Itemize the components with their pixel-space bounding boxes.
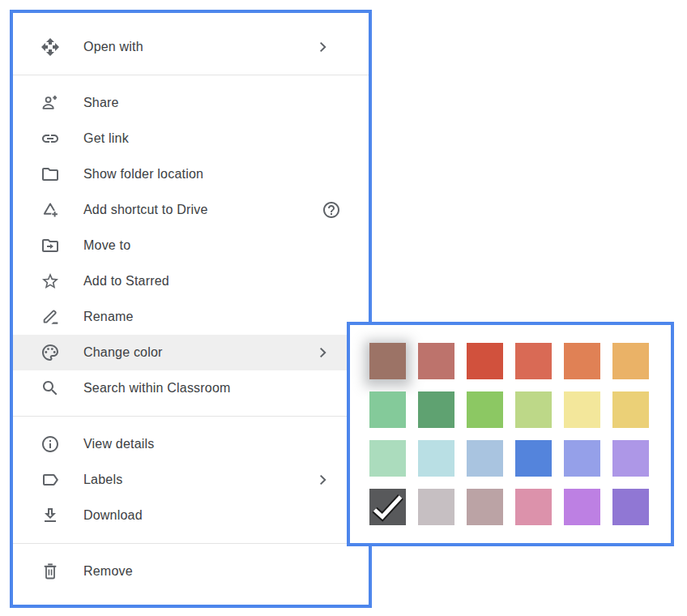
color-swatch-green[interactable] — [467, 391, 503, 428]
menu-item-share[interactable]: Share — [13, 85, 369, 121]
menu-item-open-with[interactable]: Open with — [13, 29, 369, 65]
label-icon — [41, 470, 60, 490]
palette-icon — [41, 343, 60, 362]
color-swatch-purple[interactable] — [612, 489, 649, 525]
menu-section: Open with — [13, 13, 369, 75]
menu-section: Remove — [13, 544, 369, 604]
menu-item-label: Labels — [83, 473, 122, 487]
menu-item-label: Get link — [83, 131, 129, 146]
menu-item-change-color[interactable]: Change color — [13, 335, 369, 370]
menu-item-label: View details — [83, 437, 155, 451]
menu-item-label: Show folder location — [83, 167, 203, 182]
menu-item-label: Move to — [83, 238, 130, 253]
context-menu: Open withShareGet linkShow folder locati… — [10, 10, 372, 608]
person-add-icon — [41, 93, 60, 113]
color-swatch-light-blue[interactable] — [467, 440, 503, 477]
menu-item-label: Add to Starred — [83, 274, 169, 289]
menu-item-get-link[interactable]: Get link — [13, 121, 369, 156]
rename-pencil-icon — [41, 307, 60, 327]
menu-item-rename[interactable]: Rename — [13, 299, 369, 335]
menu-item-search-within-classroom[interactable]: Search within Classroom — [13, 370, 369, 406]
color-swatch-red[interactable] — [467, 343, 503, 379]
color-swatch-pale-yellow[interactable] — [564, 391, 600, 428]
add-shortcut-to-drive-icon — [41, 200, 60, 220]
menu-item-add-to-starred[interactable]: Add to Starred — [13, 263, 369, 299]
menu-item-move-to[interactable]: Move to — [13, 228, 369, 263]
trash-icon — [41, 562, 60, 581]
chevron-right-icon — [313, 470, 332, 490]
color-swatch-red-orange[interactable] — [515, 343, 552, 379]
help-icon[interactable] — [322, 200, 341, 220]
color-swatch-light-gray[interactable] — [418, 489, 454, 525]
menu-item-label: Add shortcut to Drive — [83, 203, 208, 217]
color-swatch-amber[interactable] — [612, 343, 649, 379]
check-icon — [369, 489, 406, 525]
info-icon — [41, 434, 60, 454]
menu-section: ShareGet linkShow folder locationAdd sho… — [13, 75, 369, 416]
screenshot-stage: Open withShareGet linkShow folder locati… — [0, 0, 687, 616]
open-with-icon — [41, 37, 60, 57]
color-swatch-yellow[interactable] — [612, 391, 649, 428]
color-swatch-mint[interactable] — [369, 440, 406, 477]
menu-item-label: Download — [83, 508, 143, 523]
download-icon — [41, 506, 60, 525]
move-to-folder-icon — [41, 236, 60, 255]
menu-section: View detailsLabelsDownload — [13, 417, 369, 543]
color-grid — [350, 325, 671, 525]
menu-item-label: Search within Classroom — [83, 381, 231, 396]
color-swatch-brown[interactable] — [369, 343, 406, 379]
menu-item-label: Rename — [83, 310, 134, 324]
chevron-right-icon — [313, 343, 332, 362]
menu-item-label: Share — [83, 96, 119, 110]
color-swatch-light-cyan[interactable] — [418, 440, 454, 477]
color-swatch-blue[interactable] — [515, 440, 552, 477]
color-swatch-dark-green[interactable] — [418, 391, 454, 428]
link-icon — [41, 129, 60, 148]
color-swatch-rose[interactable] — [418, 343, 454, 379]
color-swatch-light-green[interactable] — [369, 391, 406, 428]
menu-item-labels[interactable]: Labels — [13, 462, 369, 498]
menu-item-label: Open with — [83, 40, 143, 54]
menu-item-add-shortcut-to-drive[interactable]: Add shortcut to Drive — [13, 192, 369, 228]
color-swatch-orange[interactable] — [564, 343, 600, 379]
star-icon — [41, 272, 60, 291]
color-swatch-yellow-green[interactable] — [515, 391, 552, 428]
menu-item-remove[interactable]: Remove — [13, 554, 369, 589]
color-swatch-light-purple[interactable] — [612, 440, 649, 477]
color-swatch-periwinkle[interactable] — [564, 440, 600, 477]
search-icon — [41, 379, 60, 398]
color-picker-submenu — [347, 322, 674, 546]
color-swatch-pink[interactable] — [515, 489, 552, 525]
color-swatch-mauve[interactable] — [467, 489, 503, 525]
menu-item-label: Remove — [83, 564, 133, 579]
folder-icon — [41, 165, 60, 184]
menu-item-view-details[interactable]: View details — [13, 426, 369, 462]
menu-item-show-folder-location[interactable]: Show folder location — [13, 156, 369, 192]
color-swatch-orchid[interactable] — [564, 489, 600, 525]
chevron-right-icon — [313, 37, 332, 57]
menu-item-download[interactable]: Download — [13, 498, 369, 533]
menu-item-label: Change color — [83, 345, 163, 360]
color-swatch-dark-gray[interactable] — [369, 489, 406, 525]
